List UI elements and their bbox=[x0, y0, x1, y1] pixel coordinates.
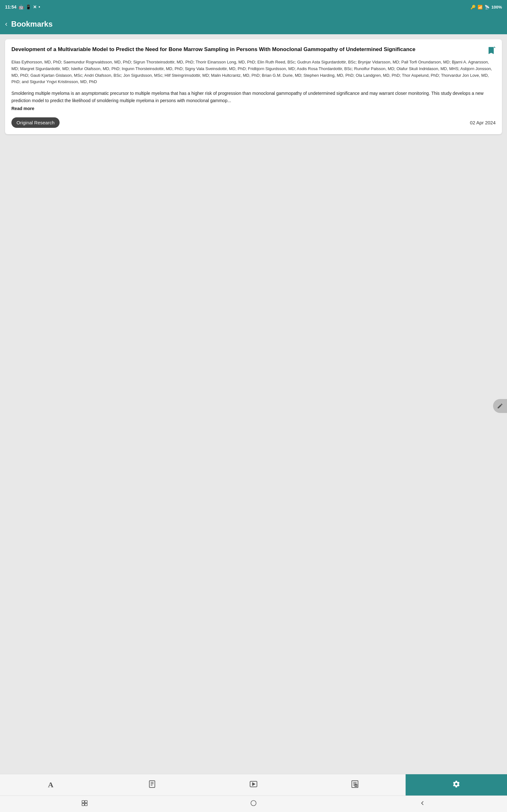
article-footer: Original Research 02 Apr 2024 bbox=[11, 117, 496, 128]
android-icon: 🤖 bbox=[18, 4, 24, 9]
article-abstract: Smoldering multiple myeloma is an asympt… bbox=[11, 90, 496, 104]
notes-icon bbox=[351, 780, 359, 790]
bottom-nav-text[interactable]: A bbox=[0, 774, 101, 796]
signal-icon: 📶 bbox=[477, 5, 483, 9]
read-more-button[interactable]: Read more bbox=[11, 106, 496, 111]
svg-rect-1 bbox=[149, 780, 155, 788]
article-card: Development of a Multivariable Model to … bbox=[5, 39, 502, 134]
phone-icon: 📱 bbox=[26, 4, 31, 9]
article-tag[interactable]: Original Research bbox=[11, 117, 60, 128]
system-nav bbox=[0, 796, 507, 812]
close-icon: ✕ bbox=[33, 4, 37, 9]
wifi-icon: 📡 bbox=[485, 5, 490, 9]
main-content: Development of a Multivariable Model to … bbox=[0, 34, 507, 774]
bookmark-icon[interactable] bbox=[487, 46, 496, 55]
bottom-nav: A bbox=[0, 774, 507, 796]
svg-marker-6 bbox=[252, 782, 255, 785]
status-time: 11:54 bbox=[5, 4, 16, 9]
svg-rect-16 bbox=[85, 801, 87, 803]
page-title: Bookmarks bbox=[11, 20, 53, 29]
bottom-nav-settings[interactable] bbox=[406, 774, 507, 796]
media-icon bbox=[249, 780, 258, 790]
svg-marker-0 bbox=[494, 46, 496, 48]
text-icon: A bbox=[48, 780, 53, 789]
svg-rect-14 bbox=[82, 801, 84, 803]
status-bar: 11:54 🤖 📱 ✕ • 🔑 📶 📡 100% bbox=[0, 0, 507, 14]
svg-point-18 bbox=[251, 801, 257, 806]
document-icon bbox=[148, 780, 156, 790]
article-authors: Elias Eythorsson, MD, PhD; Saemundur Rog… bbox=[11, 59, 496, 85]
dot-icon: • bbox=[39, 4, 40, 9]
recent-apps-button[interactable] bbox=[75, 797, 95, 811]
status-bar-left: 11:54 🤖 📱 ✕ • bbox=[5, 4, 40, 9]
back-button[interactable]: ‹ bbox=[5, 20, 7, 28]
key-icon: 🔑 bbox=[470, 5, 475, 9]
bottom-nav-notes[interactable] bbox=[304, 774, 406, 796]
bottom-nav-document[interactable] bbox=[101, 774, 203, 796]
article-header: Development of a Multivariable Model to … bbox=[11, 46, 496, 55]
home-button[interactable] bbox=[244, 797, 263, 811]
article-title[interactable]: Development of a Multivariable Model to … bbox=[11, 46, 483, 53]
bottom-nav-media[interactable] bbox=[203, 774, 304, 796]
status-bar-right: 🔑 📶 📡 100% bbox=[470, 5, 502, 9]
back-button-system[interactable] bbox=[412, 797, 432, 811]
svg-rect-17 bbox=[85, 803, 87, 806]
settings-icon bbox=[452, 780, 460, 790]
floating-edit-button[interactable] bbox=[493, 399, 507, 413]
article-date: 02 Apr 2024 bbox=[470, 120, 496, 125]
battery-label: 100% bbox=[492, 5, 502, 9]
header: ‹ Bookmarks bbox=[0, 14, 507, 34]
svg-rect-15 bbox=[82, 803, 84, 806]
